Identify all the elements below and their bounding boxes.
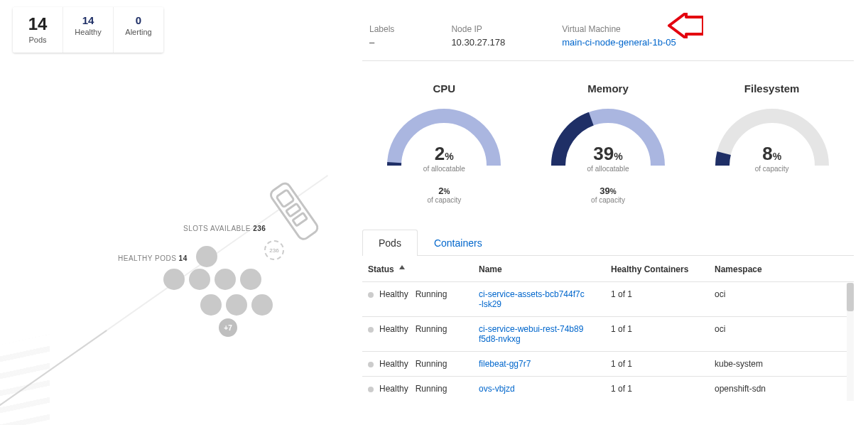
healthy-pods-label: HEALTHY PODS 14	[118, 254, 188, 262]
gauge-title: Memory	[587, 82, 629, 95]
vm-label: Virtual Machine	[562, 24, 676, 34]
summary-cards: 14 Pods 14 Healthy 0 Alerting	[13, 7, 163, 53]
pod-circle	[240, 269, 261, 290]
pod-circle	[215, 269, 236, 290]
vm-link[interactable]: main-ci-node-general-1b-05	[562, 37, 676, 48]
pods-total-label: Pods	[13, 36, 63, 44]
detail-panel: Labels – Node IP 10.30.27.178 Virtual Ma…	[362, 18, 854, 401]
namespace-value: oci	[709, 282, 854, 317]
bg-stripes	[0, 335, 50, 425]
state-value: Running	[416, 384, 447, 394]
table-row[interactable]: Healthy Running ovs-vbjzd 1 of 1 openshi…	[362, 377, 854, 402]
pod-name-link[interactable]: ci-service-webui-rest-74b89f5d8-nvkxg	[479, 324, 585, 344]
col-name[interactable]: Name	[479, 264, 502, 274]
pod-name-link[interactable]: filebeat-gg7r7	[479, 359, 585, 369]
pods-alerting-label: Alerting	[114, 28, 163, 36]
gauge-memory: Memory 39% of allocatable 39%of capacity	[537, 82, 679, 204]
gauges-row: CPU 2% of allocatable 2%of capacity Memo…	[362, 82, 854, 204]
status-dot-icon	[368, 362, 374, 367]
pods-alerting-card[interactable]: 0 Alerting	[114, 7, 163, 53]
status-dot-icon	[368, 327, 374, 333]
health-value: Healthy	[379, 289, 408, 299]
healthy-containers-value: 1 of 1	[605, 377, 709, 402]
gauge-value: 39%	[548, 143, 668, 165]
health-value: Healthy	[379, 324, 408, 334]
pod-circle	[226, 294, 247, 316]
col-status[interactable]: Status	[368, 264, 394, 274]
pods-overflow-badge[interactable]: +7	[217, 317, 239, 338]
gauge-title: CPU	[433, 82, 455, 95]
labels-label: Labels	[369, 24, 394, 34]
tab-containers[interactable]: Containers	[418, 230, 499, 256]
status-dot-icon	[368, 292, 374, 298]
health-value: Healthy	[379, 359, 408, 369]
gauge-cpu: CPU 2% of allocatable 2%of capacity	[373, 82, 515, 204]
health-value: Healthy	[379, 384, 408, 394]
slots-pin: 236	[264, 240, 284, 260]
healthy-containers-value: 1 of 1	[605, 352, 709, 377]
gauge-caption: of allocatable	[548, 165, 668, 173]
nodeip-value: 10.30.27.178	[451, 37, 505, 48]
pods-alerting-value: 0	[114, 14, 163, 26]
labels-field: Labels –	[369, 24, 394, 48]
tab-pods[interactable]: Pods	[362, 230, 418, 256]
pods-healthy-label: Healthy	[63, 28, 113, 36]
gauge-filesystem: Filesystem 8% of capacity 0x	[701, 82, 843, 204]
table-row[interactable]: Healthy Running filebeat-gg7r7 1 of 1 ku…	[362, 352, 854, 377]
table-row[interactable]: Healthy Running ci-service-webui-rest-74…	[362, 317, 854, 352]
slots-available-label: SLOTS AVAILABLE 236	[183, 225, 266, 232]
pod-circle	[200, 294, 222, 316]
state-value: Running	[416, 324, 447, 334]
pod-circle	[189, 269, 210, 290]
pods-total-card[interactable]: 14 Pods	[13, 7, 63, 53]
pod-name-link[interactable]: ovs-vbjzd	[479, 384, 585, 394]
annotation-arrow-icon	[668, 13, 703, 41]
namespace-value: openshift-sdn	[709, 377, 854, 402]
nodeip-label: Node IP	[451, 24, 505, 34]
gauge-value: 2%	[384, 143, 504, 165]
pod-circle	[163, 269, 185, 290]
col-healthy[interactable]: Healthy Containers	[611, 264, 688, 274]
sort-asc-icon	[399, 264, 405, 274]
pod-circle	[196, 246, 217, 267]
slots-viz: SLOTS AVAILABLE 236 HEALTHY PODS 14 236 …	[7, 171, 313, 412]
table-row[interactable]: Healthy Running ci-service-assets-bcb744…	[362, 282, 854, 317]
gauge-value: 8%	[712, 143, 832, 165]
nodeip-field: Node IP 10.30.27.178	[451, 24, 505, 48]
gauge-title: Filesystem	[744, 82, 800, 95]
healthy-containers-value: 1 of 1	[605, 282, 709, 317]
pods-healthy-card[interactable]: 14 Healthy	[63, 7, 114, 53]
namespace-value: kube-system	[709, 352, 854, 377]
pods-healthy-value: 14	[63, 14, 113, 26]
state-value: Running	[416, 289, 447, 299]
pods-table-wrap: Status Name Healthy Containers Namespace…	[362, 256, 854, 401]
pods-table: Status Name Healthy Containers Namespace…	[362, 256, 854, 401]
labels-value: –	[369, 37, 394, 48]
col-namespace[interactable]: Namespace	[715, 264, 762, 274]
vm-field: Virtual Machine main-ci-node-general-1b-…	[562, 24, 676, 48]
status-dot-icon	[368, 387, 374, 392]
state-value: Running	[416, 359, 447, 369]
info-bar: Labels – Node IP 10.30.27.178 Virtual Ma…	[362, 18, 854, 61]
gauge-caption: of allocatable	[384, 165, 504, 173]
tabs-bar: Pods Containers	[362, 230, 854, 256]
gauge-caption: of capacity	[712, 165, 832, 173]
scrollbar-thumb[interactable]	[847, 283, 854, 311]
pods-total-value: 14	[13, 14, 63, 34]
pod-circle	[251, 294, 273, 316]
namespace-value: oci	[709, 317, 854, 352]
pod-name-link[interactable]: ci-service-assets-bcb744f7c-lsk29	[479, 289, 585, 309]
healthy-containers-value: 1 of 1	[605, 317, 709, 352]
